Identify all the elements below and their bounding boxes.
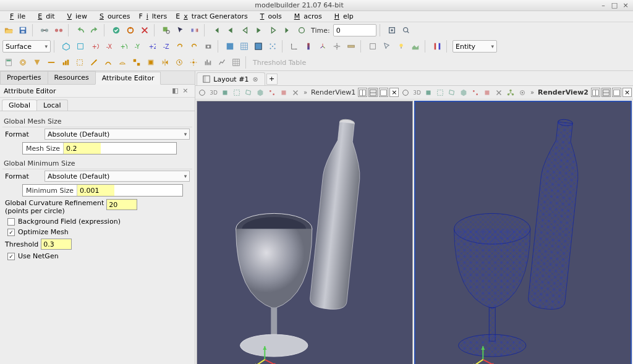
menu-filters[interactable]: Filters — [135, 12, 171, 21]
vp1-max-icon[interactable] — [379, 88, 388, 97]
play-reverse-icon[interactable] — [239, 24, 251, 36]
first-frame-icon[interactable] — [210, 24, 223, 36]
prev-frame-icon[interactable] — [224, 24, 237, 36]
vp2-close-icon[interactable]: × — [622, 88, 632, 97]
vp2-rubber-icon[interactable] — [435, 87, 446, 98]
zoom-selection-icon[interactable] — [400, 24, 412, 36]
apply-icon[interactable] — [110, 24, 122, 36]
reset-icon[interactable] — [124, 24, 137, 36]
add-layout-button[interactable]: + — [266, 74, 278, 85]
group-icon[interactable] — [130, 56, 143, 69]
disconnect-icon[interactable] — [53, 24, 65, 36]
vp2-poly-icon[interactable] — [447, 87, 457, 98]
menu-edit[interactable]: Edit — [30, 12, 58, 21]
vp2-block-icon[interactable] — [459, 87, 469, 98]
undo-icon[interactable] — [74, 24, 87, 36]
close-layout-icon[interactable]: ⊗ — [251, 75, 259, 83]
vp1-expand-icon[interactable]: » — [302, 89, 308, 96]
points-icon[interactable] — [266, 40, 279, 53]
delete-icon[interactable] — [138, 24, 151, 36]
plus-z-icon[interactable]: +Z — [145, 40, 158, 53]
vp1-split-h-icon[interactable] — [358, 88, 367, 97]
background-icon[interactable] — [409, 40, 422, 53]
vp2-clear-icon[interactable] — [494, 87, 504, 98]
vp2-render-icon[interactable] — [400, 87, 410, 98]
minus-z-icon[interactable]: -Z — [159, 40, 172, 53]
extract-icon[interactable] — [74, 56, 86, 69]
min-size-input[interactable] — [77, 185, 114, 196]
bg-field-checkbox[interactable] — [7, 218, 15, 226]
stream-icon[interactable] — [102, 56, 114, 69]
connect-icon[interactable] — [38, 24, 51, 36]
open-icon[interactable] — [2, 24, 15, 36]
next-frame-icon[interactable] — [267, 24, 279, 36]
plus-x-icon[interactable]: +X — [88, 40, 101, 53]
colormap-editor-icon[interactable] — [431, 40, 443, 53]
close-button[interactable]: × — [621, 1, 631, 10]
bg-field-row[interactable]: Background Field (expression) — [2, 216, 192, 227]
vp1-split-v-icon[interactable] — [368, 88, 378, 97]
menu-file[interactable]: File — [2, 12, 29, 21]
reset-camera-icon[interactable] — [60, 40, 72, 53]
rotate-90-icon[interactable] — [174, 40, 186, 53]
temporal-icon[interactable] — [173, 56, 185, 69]
tab-resources[interactable]: Resources — [48, 71, 96, 84]
glyph-icon[interactable] — [88, 56, 100, 69]
minus-y-icon[interactable]: -Y — [131, 40, 143, 53]
toggle-orientation-icon[interactable] — [316, 40, 329, 53]
toggle-parallel-icon[interactable] — [367, 40, 379, 53]
toggle-interact-icon[interactable] — [381, 40, 393, 53]
vp2-opts-icon[interactable] — [517, 87, 528, 98]
toggle-axes-icon[interactable] — [288, 40, 300, 53]
find-data-icon[interactable] — [160, 24, 172, 36]
toggle-center-icon[interactable] — [331, 40, 343, 53]
time-input[interactable] — [333, 24, 376, 36]
tab-properties[interactable]: Properties — [0, 71, 48, 84]
optimize-checkbox[interactable]: ✓ — [7, 229, 15, 236]
rotate-neg90-icon[interactable] — [188, 40, 200, 53]
solid-color-icon[interactable] — [224, 40, 236, 53]
plus-y-icon[interactable]: +Y — [117, 40, 129, 53]
plot-data-icon[interactable] — [216, 56, 228, 69]
surface-with-edges-icon[interactable] — [252, 40, 265, 53]
menu-macros[interactable]: Macros — [287, 12, 326, 21]
netgen-checkbox[interactable]: ✓ — [7, 253, 15, 260]
mesh-size-input[interactable] — [64, 143, 101, 154]
vp1-block-icon[interactable] — [255, 87, 266, 98]
threshold-input[interactable] — [41, 239, 72, 250]
min-size-format-select[interactable]: Absolute (Default) — [45, 171, 190, 182]
last-frame-icon[interactable] — [281, 24, 294, 36]
representation-select[interactable]: Surface — [2, 40, 51, 53]
render-view-2[interactable] — [414, 101, 632, 364]
wireframe-icon[interactable] — [238, 40, 250, 53]
vp1-close-icon[interactable]: × — [389, 88, 399, 97]
minus-x-icon[interactable]: -X — [103, 40, 115, 53]
subtab-local[interactable]: Local — [36, 99, 68, 111]
slice-icon[interactable] — [45, 56, 57, 69]
vp1-cells-icon[interactable] — [279, 87, 289, 98]
threshold-icon[interactable] — [59, 56, 72, 69]
menu-extract-generators[interactable]: Extract Generators — [172, 12, 252, 21]
extract-selection-icon[interactable] — [145, 56, 157, 69]
optimize-row[interactable]: ✓ Optimize Mesh — [2, 227, 192, 237]
vp2-points-icon[interactable] — [470, 87, 481, 98]
zoom-to-box-icon[interactable] — [74, 40, 87, 53]
vp1-points-icon[interactable] — [267, 87, 278, 98]
probe-icon[interactable] — [187, 56, 200, 69]
save-icon[interactable] — [17, 24, 29, 36]
zoom-to-data-icon[interactable] — [386, 24, 398, 36]
calc-icon[interactable] — [2, 56, 15, 69]
menu-tools[interactable]: Tools — [253, 12, 286, 21]
vp2-expand-icon[interactable]: » — [529, 89, 535, 96]
redo-icon[interactable] — [88, 24, 101, 36]
curvature-input[interactable] — [106, 199, 137, 210]
netgen-row[interactable]: ✓ Use NetGen — [2, 251, 192, 261]
toggle-ruler-icon[interactable] — [345, 40, 357, 53]
select-icon[interactable] — [174, 24, 187, 36]
reflect-icon[interactable] — [159, 56, 171, 69]
vp1-poly-icon[interactable] — [244, 87, 254, 98]
vp2-split-h-icon[interactable] — [591, 88, 600, 97]
tab-attribute-editor[interactable]: Attribute Editor — [95, 72, 161, 85]
adjust-camera-icon[interactable] — [202, 40, 215, 53]
vp2-split-v-icon[interactable] — [601, 88, 611, 97]
